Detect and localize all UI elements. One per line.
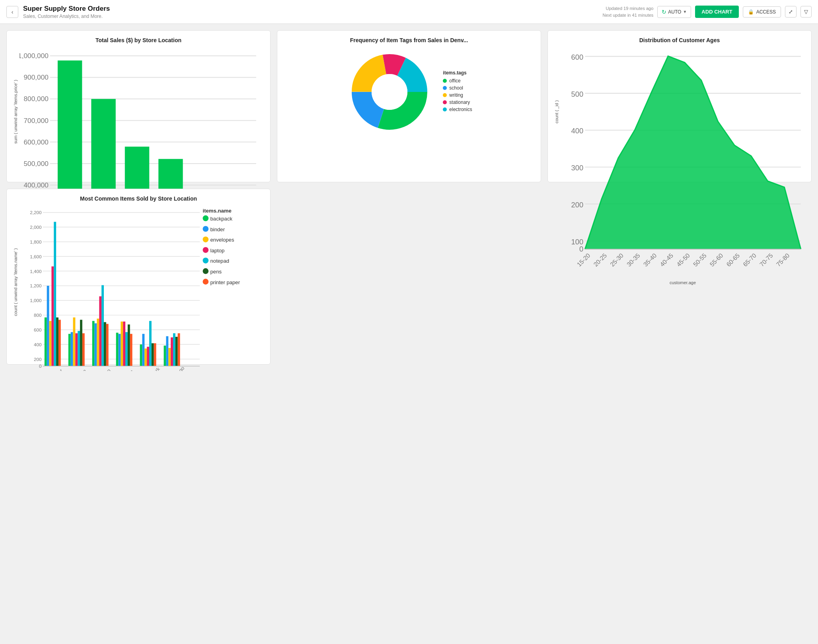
donut-svg [346, 48, 433, 136]
svg-rect-123 [152, 343, 154, 366]
svg-point-141 [203, 226, 209, 232]
expand-button[interactable]: ⤢ [785, 6, 797, 18]
svg-rect-107 [99, 296, 101, 366]
svg-text:London: London [96, 368, 112, 371]
svg-rect-126 [166, 336, 168, 366]
svg-text:0: 0 [579, 245, 583, 253]
svg-rect-95 [56, 318, 58, 366]
svg-rect-103 [82, 333, 85, 366]
svg-point-39 [372, 74, 407, 110]
svg-rect-97 [68, 334, 71, 366]
svg-rect-109 [104, 322, 106, 366]
legend-dot-electronics [443, 107, 447, 111]
svg-rect-93 [51, 266, 54, 366]
svg-text:800: 800 [34, 312, 42, 318]
lock-icon: 🔒 [748, 9, 754, 15]
legend-item-office: office [443, 78, 472, 84]
svg-point-151 [203, 279, 209, 285]
svg-rect-94 [54, 222, 56, 366]
svg-text:notepad: notepad [210, 258, 230, 264]
svg-text:75-80: 75-80 [775, 252, 791, 268]
dashboard: Total Sales ($) by Store Location sum ( … [0, 24, 818, 371]
svg-text:1,600: 1,600 [30, 254, 42, 259]
svg-text:Denver: Denver [49, 368, 64, 371]
svg-text:printer paper: printer paper [210, 279, 240, 285]
grouped-bar-svg-container: 2,200 2,000 1,800 1,600 1,400 1,200 1,00… [19, 207, 264, 371]
svg-rect-100 [75, 333, 78, 366]
svg-text:900,000: 900,000 [24, 73, 49, 81]
add-chart-button[interactable]: ADD CHART [695, 6, 738, 18]
svg-rect-125 [164, 345, 166, 366]
svg-text:300: 300 [571, 164, 584, 172]
svg-text:600: 600 [34, 327, 42, 332]
y-axis-label-1: sum ( unwind array 'items.price' ) [13, 48, 18, 176]
donut-legend: items.tags office school writing station… [443, 70, 472, 114]
svg-rect-124 [154, 343, 156, 366]
svg-rect-90 [45, 318, 47, 366]
svg-text:25-30: 25-30 [609, 252, 625, 268]
svg-rect-115 [125, 332, 128, 366]
svg-point-145 [203, 247, 209, 253]
legend-dot-stationary [443, 100, 447, 104]
svg-text:1,000: 1,000 [30, 298, 42, 303]
svg-rect-120 [144, 349, 147, 366]
legend-dot-school [443, 86, 447, 90]
grouped-bar-container: count ( unwind array 'items.name' ) [13, 207, 264, 358]
svg-rect-117 [130, 334, 132, 366]
chart1-title: Total Sales ($) by Store Location [13, 37, 264, 43]
svg-rect-104 [92, 321, 95, 366]
legend-dot-writing [443, 93, 447, 97]
y-axis-label-3: count ( _id ) [554, 48, 559, 176]
svg-rect-111 [116, 333, 119, 366]
chart3-title: Distribution of Customer Ages [554, 37, 805, 43]
svg-text:20-25: 20-25 [592, 252, 608, 268]
legend-item-writing: writing [443, 92, 472, 98]
refresh-icon: ↻ [662, 9, 666, 15]
svg-text:400: 400 [34, 342, 42, 347]
svg-rect-119 [142, 334, 144, 366]
svg-text:55-60: 55-60 [709, 252, 725, 268]
header-left: ‹ Super Supply Store Orders Sales, Custo… [6, 5, 110, 19]
chart-area-3: 600 500 400 300 200 100 0 [561, 48, 805, 176]
svg-text:500: 500 [571, 90, 584, 98]
filter-button[interactable]: ▽ [800, 6, 812, 18]
chart-area-1: 1,000,000 900,000 800,000 700,000 600,00… [19, 48, 264, 176]
svg-point-147 [203, 258, 209, 263]
chevron-down-icon: ▼ [683, 10, 687, 14]
svg-text:0: 0 [39, 363, 42, 369]
svg-rect-127 [168, 348, 171, 366]
chart-area-4: 2,200 2,000 1,800 1,600 1,400 1,200 1,00… [19, 207, 264, 358]
y-axis-label-4: count ( unwind array 'items.name' ) [13, 207, 18, 358]
svg-rect-106 [97, 318, 99, 366]
svg-point-143 [203, 236, 209, 242]
update-info: Updated 19 minutes ago Next update in 41… [603, 5, 654, 18]
access-button[interactable]: 🔒 ACCESS [743, 6, 781, 18]
svg-rect-131 [178, 333, 180, 366]
svg-text:envelopes: envelopes [210, 237, 234, 243]
svg-text:2,200: 2,200 [30, 210, 42, 215]
svg-text:600: 600 [571, 53, 584, 61]
svg-rect-98 [71, 332, 73, 366]
svg-rect-96 [58, 320, 61, 366]
svg-point-139 [203, 215, 209, 221]
svg-text:400,000: 400,000 [24, 181, 49, 189]
svg-text:70-75: 70-75 [758, 252, 774, 268]
svg-text:30-35: 30-35 [625, 252, 641, 268]
back-button[interactable]: ‹ [6, 6, 18, 18]
svg-rect-121 [147, 347, 149, 366]
svg-rect-114 [123, 322, 125, 366]
svg-text:400: 400 [571, 127, 584, 135]
auto-button[interactable]: ↻ AUTO ▼ [657, 6, 691, 18]
grouped-bar-svg: 2,200 2,000 1,800 1,600 1,400 1,200 1,00… [19, 207, 264, 371]
bar-chart-container: sum ( unwind array 'items.price' ) [13, 48, 264, 176]
area-svg: 600 500 400 300 200 100 0 [561, 48, 805, 278]
legend-dot-office [443, 79, 447, 83]
svg-rect-122 [149, 321, 152, 366]
svg-rect-113 [121, 322, 123, 366]
svg-rect-112 [119, 334, 121, 366]
chart2-title: Frequency of Item Tags from Sales in Den… [284, 37, 534, 43]
header-right: Updated 19 minutes ago Next update in 41… [603, 5, 812, 18]
svg-text:2,000: 2,000 [30, 224, 42, 230]
svg-rect-105 [95, 323, 97, 366]
svg-text:1,000,000: 1,000,000 [19, 52, 49, 60]
